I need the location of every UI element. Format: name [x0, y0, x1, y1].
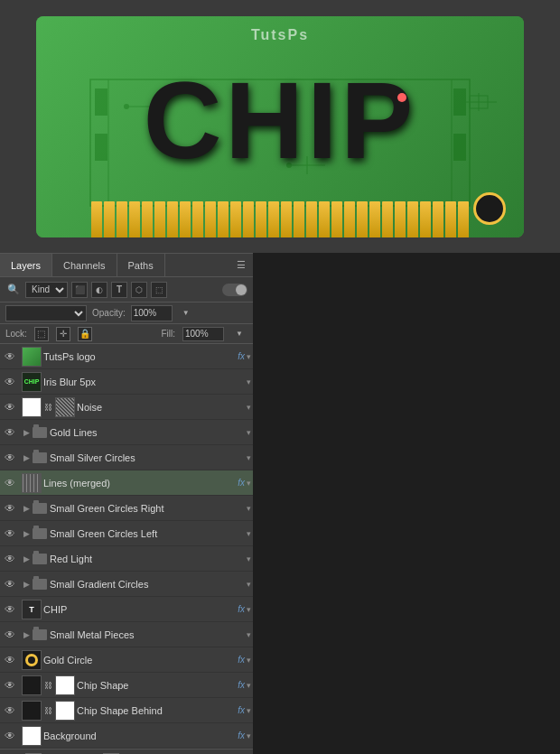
- blend-mode-select[interactable]: Normal: [5, 305, 87, 321]
- expand-icon[interactable]: ▶: [20, 428, 33, 437]
- layer-arrow: ▾: [247, 681, 251, 690]
- expand-icon[interactable]: ▶: [20, 529, 33, 538]
- layers-panel: Layers Channels Paths ☰ 🔍 Kind ⬛ ◐ T ⬡ ⬚…: [0, 253, 253, 754]
- layer-name: Background: [43, 731, 238, 741]
- folder-icon: [33, 629, 47, 640]
- eye-icon[interactable]: 👁: [0, 527, 20, 540]
- expand-icon[interactable]: ▶: [20, 453, 33, 462]
- chain-icon: ⛓: [44, 706, 52, 715]
- layer-name: Noise: [77, 402, 247, 413]
- layer-arrow: ▾: [247, 554, 251, 563]
- tab-paths[interactable]: Paths: [117, 254, 165, 276]
- layer-item[interactable]: 👁 CHIP Iris Blur 5px ▾: [0, 369, 253, 395]
- layer-item[interactable]: 👁 Lines (merged) fx ▾: [0, 470, 253, 496]
- layer-arrow: ▾: [247, 706, 251, 715]
- layer-item[interactable]: 👁 Background fx ▾: [0, 723, 253, 749]
- smart-filter-icon[interactable]: ⬚: [151, 282, 167, 298]
- eye-icon[interactable]: 👁: [0, 376, 20, 388]
- chip-preview: TutsPs CHIP: [36, 16, 524, 237]
- svg-rect-16: [453, 134, 466, 161]
- eye-icon[interactable]: 👁: [0, 628, 20, 641]
- layer-name: Small Green Circles Right: [50, 503, 247, 514]
- opacity-input[interactable]: [131, 305, 173, 321]
- layer-name: Chip Shape Behind: [77, 705, 238, 716]
- filter-select[interactable]: Kind: [25, 282, 68, 298]
- layer-arrow: ▾: [247, 731, 251, 740]
- eye-icon[interactable]: 👁: [0, 654, 20, 666]
- tab-layers[interactable]: Layers: [0, 254, 52, 276]
- fill-input[interactable]: [182, 327, 224, 341]
- tab-channels[interactable]: Channels: [52, 254, 117, 276]
- lock-pixels-icon[interactable]: ⬚: [34, 327, 49, 341]
- layer-arrow: ▾: [247, 403, 251, 412]
- layer-name: Small Metal Pieces: [50, 629, 247, 640]
- type-filter-icon[interactable]: T: [111, 282, 127, 298]
- panel-menu-icon[interactable]: ☰: [229, 254, 253, 276]
- layer-item[interactable]: 👁 T CHIP fx ▾: [0, 597, 253, 622]
- layer-arrow: ▾: [247, 580, 251, 589]
- lock-position-icon[interactable]: ✛: [56, 327, 70, 341]
- tutsps-label: TutsPs: [251, 27, 309, 43]
- opacity-arrow[interactable]: ▼: [178, 305, 194, 321]
- eye-icon[interactable]: 👁: [0, 578, 20, 591]
- layer-thumbnail: [22, 397, 42, 417]
- svg-rect-13: [95, 88, 107, 116]
- folder-icon: [33, 579, 47, 590]
- lock-all-icon[interactable]: 🔒: [78, 327, 92, 341]
- fx-badge: fx: [238, 478, 245, 488]
- layer-arrow: ▾: [247, 605, 251, 614]
- layer-arrow: ▾: [247, 529, 251, 538]
- layer-name: Iris Blur 5px: [43, 377, 247, 387]
- layer-item[interactable]: 👁 ▶ Small Green Circles Right ▾: [0, 496, 253, 521]
- layer-thumbnail: [22, 701, 42, 721]
- layer-item[interactable]: 👁 TutsPs logo fx ▾: [0, 344, 253, 369]
- layer-arrow: ▾: [247, 504, 251, 513]
- pixel-filter-icon[interactable]: ⬛: [71, 282, 88, 298]
- layer-item[interactable]: 👁 ▶ Small Green Circles Left ▾: [0, 521, 253, 546]
- layer-item[interactable]: 👁 ▶ Small Silver Circles ▾: [0, 445, 253, 470]
- layer-mask-thumbnail: [55, 701, 75, 721]
- eye-icon[interactable]: 👁: [0, 426, 20, 439]
- eye-icon[interactable]: 👁: [0, 704, 20, 717]
- layer-item[interactable]: 👁 ⛓ Chip Shape Behind fx ▾: [0, 698, 253, 723]
- layer-thumbnail: [22, 726, 42, 746]
- eye-icon[interactable]: 👁: [0, 502, 20, 515]
- filter-toggle[interactable]: [222, 284, 247, 296]
- eye-icon[interactable]: 👁: [0, 451, 20, 464]
- layer-thumbnail: [22, 473, 42, 493]
- expand-icon[interactable]: ▶: [20, 580, 33, 589]
- layer-thumbnail: CHIP: [22, 372, 42, 392]
- layer-item[interactable]: 👁 ▶ Red Light ▾: [0, 546, 253, 572]
- layer-item[interactable]: 👁 Gold Circle fx ▾: [0, 647, 253, 673]
- expand-icon[interactable]: ▶: [20, 504, 33, 513]
- layer-item[interactable]: 👁 ⛓ Noise ▾: [0, 395, 253, 420]
- expand-icon[interactable]: ▶: [20, 554, 33, 563]
- svg-rect-14: [95, 134, 107, 161]
- eye-icon[interactable]: 👁: [0, 350, 20, 363]
- folder-icon: [33, 554, 47, 564]
- layer-item[interactable]: 👁 ▶ Small Gradient Circles ▾: [0, 572, 253, 597]
- layer-item[interactable]: 👁 ⛓ Chip Shape fx ▾: [0, 673, 253, 698]
- eye-icon[interactable]: 👁: [0, 603, 20, 616]
- expand-icon[interactable]: ▶: [20, 630, 33, 639]
- layer-thumbnail: T: [22, 600, 42, 619]
- fill-arrow[interactable]: ▼: [231, 326, 247, 342]
- eye-icon[interactable]: 👁: [0, 477, 20, 489]
- layer-name: Red Light: [50, 554, 247, 564]
- eye-icon[interactable]: 👁: [0, 730, 20, 742]
- adjustment-filter-icon[interactable]: ◐: [91, 282, 107, 298]
- fx-badge: fx: [238, 655, 245, 665]
- shape-filter-icon[interactable]: ⬡: [131, 282, 147, 298]
- red-light-dot: [397, 93, 406, 102]
- eye-icon[interactable]: 👁: [0, 679, 20, 692]
- layers-list[interactable]: 👁 TutsPs logo fx ▾ 👁 CHIP Iris Blur 5px …: [0, 344, 253, 749]
- layer-name: Small Green Circles Left: [50, 528, 247, 539]
- layer-thumbnail: [22, 650, 42, 670]
- filter-row: 🔍 Kind ⬛ ◐ T ⬡ ⬚: [0, 277, 253, 303]
- eye-icon[interactable]: 👁: [0, 553, 20, 565]
- layer-name: Chip Shape: [77, 680, 238, 691]
- layer-item[interactable]: 👁 ▶ Gold Lines ▾: [0, 420, 253, 445]
- layer-item[interactable]: 👁 ▶ Small Metal Pieces ▾: [0, 622, 253, 647]
- eye-icon[interactable]: 👁: [0, 401, 20, 414]
- layer-arrow: ▾: [247, 377, 251, 386]
